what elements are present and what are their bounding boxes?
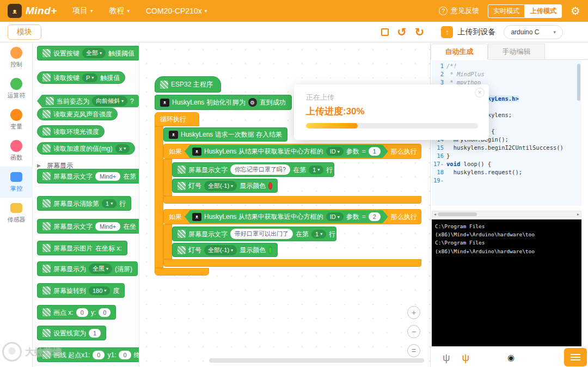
category-sensors[interactable]: 传感器 (0, 198, 33, 229)
if-block-2-bottom[interactable] (163, 259, 421, 267)
serial-connect-icon[interactable]: ψ (443, 352, 450, 363)
category-functions[interactable]: 函数 (0, 136, 33, 167)
screen-text-block-2[interactable]: 屏幕显示文字带好口罩可以出门了在第1▾行 (172, 227, 336, 241)
set-key-threshold-block[interactable]: 设置按键全部▾触摸阈值 (37, 46, 139, 60)
text-input[interactable]: 带好口罩可以出门了 (230, 229, 293, 239)
if-block-2-arm[interactable] (163, 224, 172, 259)
number-input[interactable]: 0 (119, 351, 131, 359)
dropdown-field[interactable]: P▾ (82, 74, 97, 82)
read-key-touch-block[interactable]: 读取按键P▾触摸值 (37, 71, 125, 84)
settings-gear-icon[interactable]: ⚙ (571, 4, 580, 17)
serial-port-menu[interactable]: COM20-CP210x▾ (146, 7, 207, 15)
read-accel-block[interactable]: 读取加速度的值(mg)x▾ (37, 142, 135, 155)
draw-point-block[interactable]: 画点 x:0y:0 (37, 305, 116, 320)
dropdown-field[interactable]: 全部(-1)▾ (204, 181, 237, 191)
if-block-1-bottom[interactable] (163, 196, 421, 204)
dropdown-field[interactable]: ID▾ (326, 212, 344, 221)
number-input[interactable]: 1 (89, 329, 101, 338)
dropdown-field[interactable]: 1▾ (102, 199, 117, 208)
code-vertical-scrollbar[interactable] (577, 64, 580, 101)
scroll-left-arrow-icon[interactable]: ◂ (432, 212, 438, 217)
realtime-mode-button[interactable]: 实时模式 (488, 4, 525, 18)
zoom-out-button[interactable]: − (407, 325, 420, 338)
dropdown-field[interactable]: 向前倾斜▾ (92, 96, 127, 106)
chevron-down-icon: ▾ (124, 146, 126, 151)
dropdown-field[interactable]: 全黑▾ (89, 264, 112, 274)
serial-burn-icon[interactable]: ψ (462, 352, 470, 363)
upload-to-device-button[interactable]: ↑ 上传到设备 (441, 26, 495, 38)
tab-auto[interactable]: 自动生成 (431, 44, 488, 60)
module-tab[interactable]: 模块 (8, 25, 41, 40)
close-icon[interactable]: × (475, 88, 485, 97)
text-input[interactable]: Mind+ (95, 222, 120, 231)
color-swatch[interactable] (268, 247, 272, 254)
forever-loop-bottom[interactable] (155, 268, 209, 276)
zoom-in-button[interactable]: + (407, 306, 420, 319)
if-block-1-top[interactable]: 如果ᴥHuskyLens 从结果中获取靠近中心方框的ID▾参数=1那么执行 (163, 144, 421, 159)
zoom-reset-button[interactable]: = (407, 344, 420, 357)
category-board[interactable]: 掌控 (0, 167, 33, 198)
number-input[interactable]: 0 (76, 308, 88, 317)
code-horizontal-scrollbar[interactable]: ◂ ▸ (432, 211, 581, 217)
if-block-2-top[interactable]: 如果ᴥHuskyLens 从结果中获取靠近中心方框的ID▾参数=2那么执行 (163, 209, 421, 224)
read-mic-block[interactable]: 读取麦克风声音强度 (37, 108, 118, 120)
screen-text-block-1[interactable]: 屏幕显示文字你忘记带口罩了吗?在第1▾行 (172, 162, 334, 177)
dropdown-field[interactable]: 1▾ (309, 166, 323, 174)
undo-icon[interactable]: ↺ (397, 26, 407, 38)
screen-text-line-block[interactable]: 屏幕显示文字Mind+在第 (37, 169, 139, 184)
block-text: 在第 (296, 231, 309, 237)
esp32-main-hat[interactable]: ESP32 主程序 (155, 76, 221, 93)
screenshot-icon[interactable] (381, 28, 389, 36)
category-variables[interactable]: 变量 (0, 105, 33, 136)
dropdown-field[interactable]: 全部▾ (82, 48, 106, 58)
upload-mode-button[interactable]: 上传模式 (525, 4, 562, 18)
number-input[interactable]: 1 (369, 147, 381, 156)
huskylens-init-block[interactable]: ᴥHuskyLens 初始化引脚为⚙直到成功 (155, 95, 292, 110)
dropdown-field[interactable]: ID▾ (326, 147, 344, 156)
screen-text-xy-block[interactable]: 屏幕显示文字Mind+在坐 (37, 219, 139, 234)
if-block-1-arm[interactable] (163, 159, 172, 196)
redo-icon[interactable]: ↻ (415, 26, 425, 38)
dropdown-field[interactable]: 全部(-1)▾ (204, 245, 237, 255)
text-input[interactable]: 你忘记带口罩了吗? (230, 164, 290, 175)
topbar-menu-item[interactable]: 项目▾ (72, 6, 93, 16)
draw-line-block[interactable]: 画线 起点x1:0y1:0终 (37, 347, 139, 362)
category-control[interactable]: 控制 (0, 42, 33, 74)
dropdown-field[interactable]: x▾ (115, 144, 130, 153)
dropdown-field[interactable]: 180▾ (89, 286, 110, 295)
forever-loop-top[interactable]: 循环执行 (155, 112, 199, 126)
condition-reporter[interactable]: ᴥHuskyLens 从结果中获取靠近中心方框的ID▾参数=1 (185, 145, 388, 158)
feedback-button[interactable]: ? 意见反馈 (439, 6, 479, 16)
console-menu-button[interactable] (564, 348, 587, 366)
number-input[interactable]: 2 (369, 212, 381, 221)
output-console[interactable]: C:\Program Files (x86)\Mind+\Arduino\har… (432, 219, 581, 346)
topbar-menu-item[interactable]: 教程▾ (109, 6, 130, 16)
dropdown-field[interactable]: 1▾ (311, 230, 326, 238)
screen-rotate-block[interactable]: 屏幕旋转到180▾度 (37, 283, 125, 298)
read-light-block[interactable]: 读取环境光强度 (37, 125, 105, 138)
screen-clear-line-block[interactable]: 屏幕显示清除第1▾行 (37, 196, 131, 211)
condition-reporter[interactable]: ᴥHuskyLens 从结果中获取靠近中心方框的ID▾参数=2 (185, 210, 388, 223)
number-input[interactable]: 0 (99, 308, 111, 317)
led-color-block-1[interactable]: 灯号全部(-1)▾显示颜色 (172, 179, 278, 193)
chevron-down-icon: ▾ (104, 288, 106, 293)
scroll-thumb[interactable] (438, 212, 477, 216)
screen-fill-block[interactable]: 屏幕显示为全黑▾(清屏) (37, 261, 138, 276)
huskylens-request-block[interactable]: ᴥHuskyLens 请求一次数据 存入结果 (163, 127, 287, 142)
screen-image-block[interactable]: 屏幕显示图片在坐标 x: (37, 241, 127, 255)
text-input[interactable]: Mind+ (95, 172, 120, 181)
canvas-horizontal-scrollbar[interactable] (209, 358, 424, 363)
posture-boolean-block[interactable]: 当前姿态为向前倾斜▾? (37, 95, 139, 107)
firmware-plug-icon[interactable]: ◉ (507, 353, 514, 362)
line-width-block[interactable]: 设置线宽为1 (37, 326, 106, 340)
category-operators[interactable]: 运算符 (0, 74, 33, 105)
language-select[interactable]: arduino C ▾ (504, 25, 563, 39)
block-text: 显示颜色 (240, 247, 266, 253)
led-color-block-2[interactable]: 灯号全部(-1)▾显示颜色 (172, 243, 278, 257)
forever-loop-arm[interactable] (155, 126, 163, 268)
tab-manual[interactable]: 手动编辑 (488, 44, 545, 60)
color-swatch[interactable] (268, 182, 272, 189)
block-text: ESP32 主程序 (171, 81, 213, 88)
scroll-right-arrow-icon[interactable]: ▸ (575, 212, 581, 217)
number-input[interactable]: 0 (93, 351, 105, 359)
